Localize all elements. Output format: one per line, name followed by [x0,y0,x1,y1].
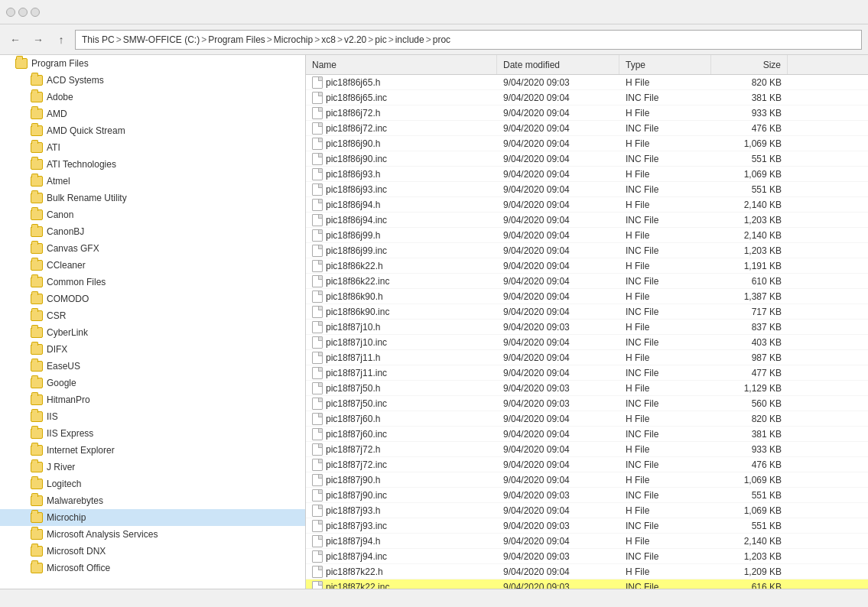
sidebar-item-adobe[interactable]: Adobe [0,89,305,105]
file-date: 9/04/2020 09:04 [497,505,619,516]
table-row[interactable]: pic18f86j99.inc9/04/2020 09:04INC File1,… [306,243,868,258]
file-size: 933 KB [711,108,788,118]
back-button[interactable]: ← [6,31,24,49]
table-row[interactable]: pic18f86j65.h9/04/2020 09:03H File820 KB [306,75,868,90]
table-row[interactable]: pic18f86j65.inc9/04/2020 09:04INC File38… [306,90,868,105]
file-name: pic18f87k22.inc [326,582,389,589]
up-button[interactable]: ↑ [52,31,70,49]
folder-icon [31,361,43,372]
sidebar-item-label: Adobe [47,92,73,102]
table-row[interactable]: pic18f86j90.h9/04/2020 09:04H File1,069 … [306,136,868,151]
sidebar-item-csr[interactable]: CSR [0,307,305,324]
sidebar-item-hitmanpro[interactable]: HitmanPro [0,391,305,408]
table-row[interactable]: pic18f87j90.h9/04/2020 09:04H File1,069 … [306,472,868,488]
breadcrumb-proc[interactable]: proc [433,34,450,45]
table-row[interactable]: pic18f87k22.inc9/04/2020 09:03INC File61… [306,579,868,589]
breadcrumb-include[interactable]: include [395,34,424,45]
breadcrumb-drive[interactable]: SMW-OFFICE (C:) [123,34,200,45]
breadcrumb-program-files[interactable]: Program Files [208,34,265,45]
sidebar-item-j-river[interactable]: J River [0,459,305,476]
sidebar-item-comodo[interactable]: COMODO [0,291,305,307]
sidebar-item-cyberlink[interactable]: CyberLink [0,324,305,341]
sidebar-item-canvas-gfx[interactable]: Canvas GFX [0,240,305,257]
table-row[interactable]: pic18f87j94.inc9/04/2020 09:03INC File1,… [306,549,868,564]
table-row[interactable]: pic18f86j72.inc9/04/2020 09:04INC File47… [306,121,868,136]
table-row[interactable]: pic18f86k22.inc9/04/2020 09:04INC File61… [306,274,868,289]
table-row[interactable]: pic18f87j72.h9/04/2020 09:04H File933 KB [306,442,868,457]
sidebar-item-amd[interactable]: AMD [0,105,305,122]
file-icon [312,122,323,135]
sidebar-item-easeus[interactable]: EaseUS [0,358,305,375]
table-row[interactable]: pic18f87j50.h9/04/2020 09:03H File1,129 … [306,381,868,396]
table-row[interactable]: pic18f86k90.h9/04/2020 09:04H File1,387 … [306,289,868,304]
file-size: 1,203 KB [711,551,788,562]
sidebar-item-atmel[interactable]: Atmel [0,173,305,190]
column-header-name[interactable]: Name [306,55,497,74]
table-row[interactable]: pic18f86k90.inc9/04/2020 09:04INC File71… [306,304,868,320]
breadcrumb-v220[interactable]: v2.20 [344,34,366,45]
minimize-btn[interactable] [6,8,15,17]
table-row[interactable]: pic18f87j93.h9/04/2020 09:04H File1,069 … [306,503,868,518]
sidebar-item-difx[interactable]: DIFX [0,341,305,358]
sidebar-item-google[interactable]: Google [0,375,305,391]
sidebar-item-canon[interactable]: Canon [0,206,305,223]
sidebar-item-microsoft-analysis-services[interactable]: Microsoft Analysis Services [0,526,305,543]
sidebar-item-microchip[interactable]: Microchip [0,509,305,526]
column-header-type[interactable]: Type [619,55,711,74]
table-row[interactable]: pic18f87j93.inc9/04/2020 09:03INC File55… [306,518,868,534]
sidebar-item-amd-quick-stream[interactable]: AMD Quick Stream [0,122,305,139]
column-header-date[interactable]: Date modified [497,55,619,74]
table-row[interactable]: pic18f86j94.h9/04/2020 09:04H File2,140 … [306,197,868,213]
table-row[interactable]: pic18f87j10.inc9/04/2020 09:04INC File40… [306,335,868,350]
sidebar-item-microsoft-dnx[interactable]: Microsoft DNX [0,543,305,560]
file-date: 9/04/2020 09:04 [497,215,619,226]
table-row[interactable]: pic18f87j72.inc9/04/2020 09:04INC File47… [306,457,868,472]
sidebar-item-internet-explorer[interactable]: Internet Explorer [0,442,305,459]
sidebar-item-bulk-rename-utility[interactable]: Bulk Rename Utility [0,190,305,206]
table-row[interactable]: pic18f87k22.h9/04/2020 09:04H File1,209 … [306,564,868,579]
table-row[interactable]: pic18f87j11.inc9/04/2020 09:04INC File47… [306,365,868,381]
sidebar-item-ati-technologies[interactable]: ATI Technologies [0,156,305,173]
sidebar-item-common-files[interactable]: Common Files [0,274,305,291]
table-row[interactable]: pic18f87j60.inc9/04/2020 09:04INC File38… [306,427,868,442]
table-row[interactable]: pic18f87j90.inc9/04/2020 09:03INC File55… [306,488,868,503]
sidebar-item-microsoft-office[interactable]: Microsoft Office [0,560,305,576]
table-row[interactable]: pic18f86j93.inc9/04/2020 09:04INC File55… [306,182,868,197]
file-icon [312,229,323,242]
folder-icon [31,277,43,287]
file-size: 1,129 KB [711,383,788,394]
table-row[interactable]: pic18f87j50.inc9/04/2020 09:03INC File56… [306,396,868,411]
close-btn[interactable] [31,8,40,17]
sidebar-item-program-files[interactable]: Program Files [0,55,305,72]
sidebar-item-iis[interactable]: IIS [0,408,305,425]
table-row[interactable]: pic18f86j90.inc9/04/2020 09:04INC File55… [306,151,868,167]
column-header-size[interactable]: Size [711,55,788,74]
table-row[interactable]: pic18f87j94.h9/04/2020 09:04H File2,140 … [306,534,868,549]
file-icon [312,367,323,379]
breadcrumb-xc8[interactable]: xc8 [321,34,336,45]
table-row[interactable]: pic18f87j60.h9/04/2020 09:04H File820 KB [306,411,868,427]
sidebar-item-canonbj[interactable]: CanonBJ [0,223,305,240]
file-size: 820 KB [711,77,788,88]
breadcrumb-microchip[interactable]: Microchip [274,34,313,45]
table-row[interactable]: pic18f86j72.h9/04/2020 09:04H File933 KB [306,105,868,121]
sidebar-item-acd-systems[interactable]: ACD Systems [0,72,305,89]
table-row[interactable]: pic18f87j11.h9/04/2020 09:04H File987 KB [306,350,868,365]
sidebar-item-iis-express[interactable]: IIS Express [0,425,305,442]
table-row[interactable]: pic18f86k22.h9/04/2020 09:04H File1,191 … [306,258,868,274]
sidebar-item-label: ACD Systems [47,75,104,86]
forward-button[interactable]: → [29,31,47,49]
table-row[interactable]: pic18f86j93.h9/04/2020 09:04H File1,069 … [306,167,868,182]
sidebar-item-malwarebytes[interactable]: Malwarebytes [0,492,305,509]
address-path[interactable]: This PC > SMW-OFFICE (C:) > Program File… [75,30,862,50]
table-row[interactable]: pic18f86j94.inc9/04/2020 09:04INC File1,… [306,213,868,228]
sidebar-item-ccleaner[interactable]: CCleaner [0,257,305,274]
table-row[interactable]: pic18f86j99.h9/04/2020 09:04H File2,140 … [306,228,868,243]
sidebar-item-logitech[interactable]: Logitech [0,476,305,492]
table-row[interactable]: pic18f87j10.h9/04/2020 09:03H File837 KB [306,320,868,335]
breadcrumb-this-pc[interactable]: This PC [82,34,115,45]
file-name-cell: pic18f86j90.inc [306,153,497,165]
breadcrumb-pic[interactable]: pic [375,34,386,45]
maximize-btn[interactable] [18,8,28,17]
sidebar-item-ati[interactable]: ATI [0,139,305,156]
